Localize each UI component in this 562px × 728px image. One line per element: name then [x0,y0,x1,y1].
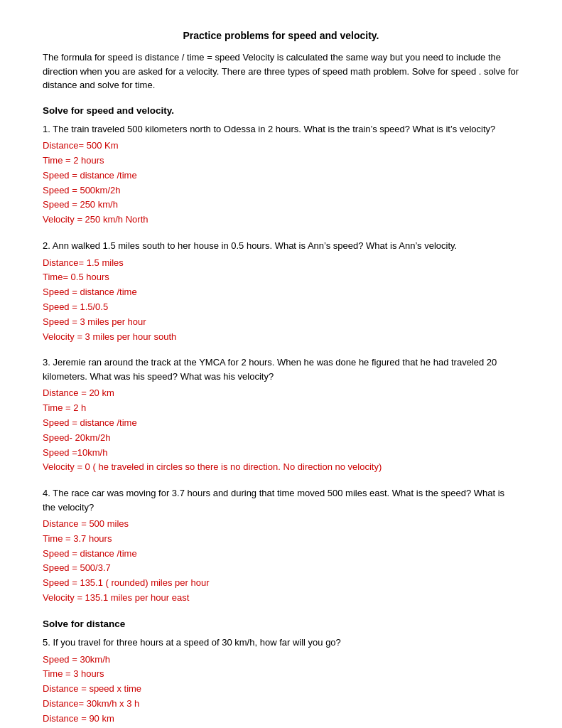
problem-5-question: 5. If you travel for three hours at a sp… [43,636,519,650]
section2-heading: Solve for distance [43,617,519,631]
problem-4-question: 4. The race car was moving for 3.7 hours… [43,486,519,514]
problem-2-question: 2. Ann walked 1.5 miles south to her hou… [43,239,519,253]
problem-2-answers: Distance= 1.5 milesTime= 0.5 hoursSpeed … [43,256,519,345]
problem-1-question: 1. The train traveled 500 kilometers nor… [43,122,519,136]
problem-5: 5. If you travel for three hours at a sp… [43,636,519,726]
problem-3-answers: Distance = 20 kmTime = 2 hSpeed = distan… [43,386,519,475]
problem-4-answers: Distance = 500 milesTime = 3.7 hoursSpee… [43,517,519,606]
page-title: Practice problems for speed and velocity… [43,28,519,43]
problem-1: 1. The train traveled 500 kilometers nor… [43,122,519,228]
problem-4: 4. The race car was moving for 3.7 hours… [43,486,519,606]
problem-5-answers: Speed = 30km/hTime = 3 hoursDistance = s… [43,653,519,727]
problem-3-question: 3. Jeremie ran around the track at the Y… [43,355,519,383]
intro-text: The formula for speed is distance / time… [43,50,519,92]
problem-2: 2. Ann walked 1.5 miles south to her hou… [43,239,519,344]
problem-3: 3. Jeremie ran around the track at the Y… [43,355,519,475]
section1-heading: Solve for speed and velocity. [43,104,519,118]
problem-1-answers: Distance= 500 KmTime = 2 hoursSpeed = di… [43,139,519,228]
page-container: Practice problems for speed and velocity… [43,28,519,728]
